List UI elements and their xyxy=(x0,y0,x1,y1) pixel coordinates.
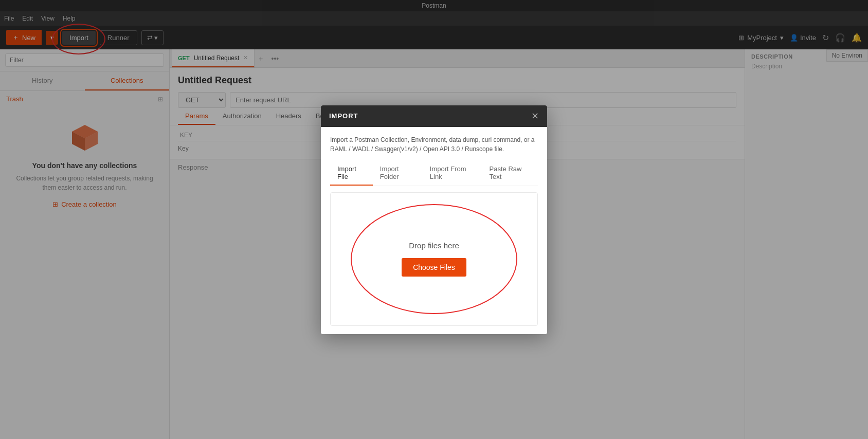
modal-body: Import a Postman Collection, Environment… xyxy=(321,127,547,334)
modal-tab-import-folder[interactable]: Import Folder xyxy=(373,161,423,186)
modal-header: IMPORT ✕ xyxy=(321,105,547,127)
modal-tab-paste-raw[interactable]: Paste Raw Text xyxy=(482,161,538,186)
modal-tab-import-file[interactable]: Import File xyxy=(330,161,373,186)
import-modal: IMPORT ✕ Import a Postman Collection, En… xyxy=(321,105,547,334)
choose-files-button[interactable]: Choose Files xyxy=(402,258,466,277)
modal-close-button[interactable]: ✕ xyxy=(531,112,539,121)
modal-title: IMPORT xyxy=(329,112,358,120)
modal-tab-import-link[interactable]: Import From Link xyxy=(423,161,482,186)
modal-overlay: IMPORT ✕ Import a Postman Collection, En… xyxy=(0,0,868,439)
file-drop-zone[interactable]: Drop files here Choose Files xyxy=(330,192,538,326)
modal-description: Import a Postman Collection, Environment… xyxy=(330,135,538,154)
modal-tabs: Import File Import Folder Import From Li… xyxy=(330,161,538,186)
drop-text: Drop files here xyxy=(409,241,459,250)
